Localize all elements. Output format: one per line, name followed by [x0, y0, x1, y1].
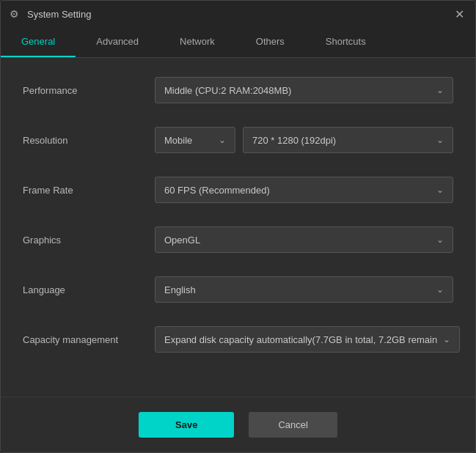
frame-rate-arrow-icon: ⌄: [436, 185, 444, 195]
tab-advanced[interactable]: Advanced: [76, 27, 159, 57]
frame-rate-row: Frame Rate 60 FPS (Recommended) ⌄: [23, 172, 453, 207]
language-dropdown[interactable]: English ⌄: [155, 276, 453, 303]
title-bar: ⚙ System Setting ✕: [1, 1, 475, 27]
resolution-type-value: Mobile: [164, 135, 213, 146]
graphics-dropdown[interactable]: OpenGL ⌄: [155, 226, 453, 253]
resolution-size-value: 720 * 1280 (192dpi): [252, 135, 431, 146]
performance-label: Performance: [23, 85, 155, 96]
performance-row: Performance Middle (CPU:2 RAM:2048MB) ⌄: [23, 73, 453, 108]
language-label: Language: [23, 284, 155, 295]
resolution-label: Resolution: [23, 135, 155, 146]
graphics-arrow-icon: ⌄: [436, 235, 444, 245]
graphics-control: OpenGL ⌄: [155, 226, 453, 253]
tab-bar: General Advanced Network Others Shortcut…: [1, 27, 475, 58]
capacity-dropdown[interactable]: Expand disk capacity automatically(7.7GB…: [155, 326, 460, 353]
resolution-type-arrow-icon: ⌄: [219, 135, 226, 145]
close-button[interactable]: ✕: [452, 7, 466, 21]
frame-rate-control: 60 FPS (Recommended) ⌄: [155, 177, 453, 203]
capacity-value: Expand disk capacity automatically(7.7GB…: [164, 334, 437, 345]
language-row: Language English ⌄: [23, 272, 453, 307]
language-value: English: [164, 284, 431, 295]
performance-dropdown[interactable]: Middle (CPU:2 RAM:2048MB) ⌄: [155, 77, 453, 103]
capacity-row: Capacity management Expand disk capacity…: [23, 322, 453, 357]
cancel-button[interactable]: Cancel: [249, 412, 337, 438]
frame-rate-label: Frame Rate: [23, 185, 155, 196]
performance-arrow-icon: ⌄: [436, 85, 444, 95]
performance-value: Middle (CPU:2 RAM:2048MB): [164, 85, 431, 96]
system-setting-window: ⚙ System Setting ✕ General Advanced Netw…: [0, 0, 476, 453]
tab-network[interactable]: Network: [159, 27, 235, 57]
window-title: System Setting: [27, 9, 91, 20]
tab-shortcuts[interactable]: Shortcuts: [305, 27, 387, 57]
language-control: English ⌄: [155, 276, 453, 303]
graphics-row: Graphics OpenGL ⌄: [23, 222, 453, 257]
graphics-value: OpenGL: [164, 235, 431, 246]
frame-rate-value: 60 FPS (Recommended): [164, 185, 431, 196]
language-arrow-icon: ⌄: [436, 284, 444, 295]
save-button[interactable]: Save: [139, 412, 234, 438]
settings-icon: ⚙: [10, 8, 21, 20]
capacity-control: Expand disk capacity automatically(7.7GB…: [155, 326, 460, 353]
tab-others[interactable]: Others: [235, 27, 305, 57]
tab-general[interactable]: General: [1, 27, 76, 57]
footer: Save Cancel: [1, 397, 475, 452]
resolution-control: Mobile ⌄ 720 * 1280 (192dpi) ⌄: [155, 127, 453, 153]
capacity-arrow-icon: ⌄: [443, 334, 450, 345]
graphics-label: Graphics: [23, 235, 155, 246]
frame-rate-dropdown[interactable]: 60 FPS (Recommended) ⌄: [155, 177, 453, 203]
resolution-type-dropdown[interactable]: Mobile ⌄: [155, 127, 235, 153]
title-bar-left: ⚙ System Setting: [10, 8, 91, 20]
performance-control: Middle (CPU:2 RAM:2048MB) ⌄: [155, 77, 453, 103]
settings-content: Performance Middle (CPU:2 RAM:2048MB) ⌄ …: [1, 58, 475, 397]
resolution-row: Resolution Mobile ⌄ 720 * 1280 (192dpi) …: [23, 122, 453, 158]
resolution-size-arrow-icon: ⌄: [436, 135, 444, 145]
resolution-size-dropdown[interactable]: 720 * 1280 (192dpi) ⌄: [243, 127, 453, 153]
capacity-label: Capacity management: [23, 334, 155, 345]
